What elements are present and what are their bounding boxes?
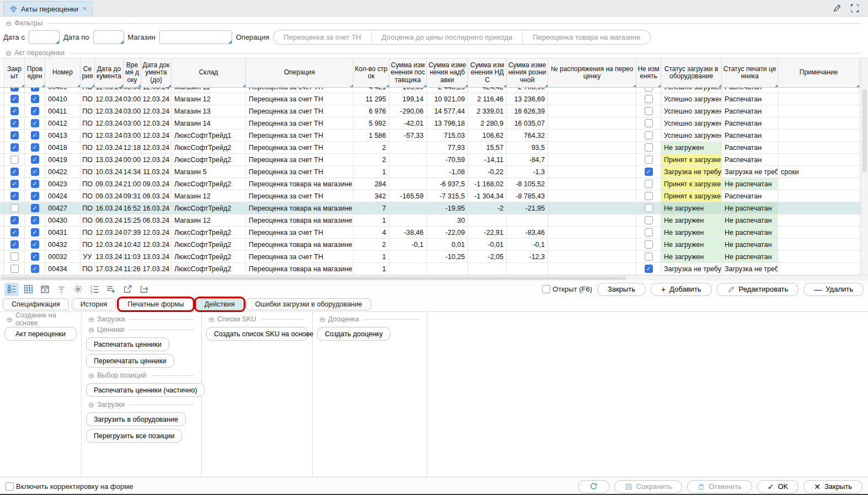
column-header-sum_vat[interactable]: Сумма изменения НДС bbox=[468, 58, 507, 87]
no_change-checkbox[interactable] bbox=[645, 240, 653, 249]
no_change-checkbox[interactable] bbox=[645, 88, 653, 92]
action-button[interactable]: Перепечатать ценники bbox=[86, 354, 174, 368]
closed-checkbox[interactable]: ✓ bbox=[10, 107, 19, 115]
tab-acts-revaluation[interactable]: Акты переоценки × bbox=[3, 1, 93, 16]
closed-checkbox[interactable] bbox=[10, 155, 19, 164]
action-button[interactable]: Акт переоценки bbox=[4, 327, 77, 341]
collapse-icon[interactable]: ⊖ bbox=[6, 50, 12, 57]
posted-checkbox[interactable]: ✓ bbox=[31, 88, 39, 92]
table-row[interactable]: ✓00419ПО13.03.2400:0012.03.24ЛюксСофтТре… bbox=[0, 154, 868, 166]
date-to-input[interactable] bbox=[94, 31, 124, 44]
table-row[interactable]: ✓✓00431ПО12.03.2407:3912.03.24ЛюксСофтТр… bbox=[0, 227, 868, 239]
operation-option-2[interactable]: Дооценка до цены последнего прихода bbox=[371, 30, 522, 44]
table-row[interactable]: ✓✓00412ПО12.03.2403:0012.03.24Магазин 14… bbox=[0, 117, 868, 130]
column-header-operation[interactable]: Операция bbox=[246, 58, 353, 87]
close-form-button[interactable]: ✕Закрыть bbox=[803, 480, 862, 493]
numbered-list-icon[interactable]: 123 bbox=[87, 283, 101, 296]
open-f6-option[interactable]: Открыт (F6) bbox=[542, 285, 592, 293]
collapse-icon[interactable]: ⊖ bbox=[88, 326, 94, 333]
bottom-tab-5[interactable]: Ошибки загрузки в оборудование bbox=[247, 298, 371, 310]
table-row[interactable]: ✓✓00411ПО12.03.2403:0012.03.24Магазин 13… bbox=[0, 105, 868, 117]
collapse-icon[interactable]: ⊖ bbox=[6, 20, 12, 27]
posted-checkbox[interactable]: ✓ bbox=[31, 252, 39, 261]
vertical-scrollbar[interactable] bbox=[861, 58, 868, 275]
table-row[interactable]: ✓✓00422ПО10.03.2414:3411.03.24Магазин 5П… bbox=[0, 166, 868, 178]
collapse-icon[interactable]: ⊖ bbox=[208, 316, 215, 323]
posted-checkbox[interactable]: ✓ bbox=[31, 180, 39, 188]
posted-checkbox[interactable]: ✓ bbox=[31, 107, 39, 115]
bottom-tab-3[interactable]: Печатные формы bbox=[119, 298, 193, 310]
table-row[interactable]: ✓✓00430ПО06.03.2415:2506.03.24Магазин 12… bbox=[0, 214, 868, 227]
column-header-number[interactable]: Номер bbox=[45, 58, 81, 87]
open-f6-checkbox[interactable] bbox=[542, 285, 550, 293]
view-list-icon[interactable] bbox=[4, 283, 19, 296]
action-button[interactable]: Распечатать ценники bbox=[86, 337, 169, 351]
reload-box-icon[interactable] bbox=[137, 283, 151, 296]
ok-button[interactable]: ✓OK bbox=[757, 480, 799, 493]
table-row[interactable]: ✓✓00409ПО12.03.2403:0012.03.24Магазин 11… bbox=[0, 88, 868, 93]
posted-checkbox[interactable]: ✓ bbox=[31, 265, 39, 273]
posted-checkbox[interactable]: ✓ bbox=[31, 95, 39, 103]
operation-option-3[interactable]: Переоценка товара на магазине bbox=[522, 30, 650, 44]
table-row[interactable]: ✓✓00424ПО09.03.2409:3109.03.24Магазин 12… bbox=[0, 190, 868, 202]
posted-checkbox[interactable]: ✓ bbox=[31, 192, 39, 200]
no_change-checkbox[interactable] bbox=[645, 95, 653, 103]
no_change-checkbox[interactable] bbox=[645, 228, 653, 236]
grid-view-icon[interactable] bbox=[21, 283, 35, 296]
closed-checkbox[interactable]: ✓ bbox=[10, 192, 19, 200]
column-header-load_status[interactable]: Статус загрузки в оборудование bbox=[661, 58, 722, 87]
table-row[interactable]: ✓✓00432ПО12.03.2410:4212.03.24ЛюксСофтТр… bbox=[0, 239, 868, 251]
table-row[interactable]: ✓✓00413ПО12.03.2403:0012.03.24ЛюксСофтТр… bbox=[0, 130, 868, 142]
closed-checkbox[interactable]: ✓ bbox=[10, 143, 19, 152]
column-header-print_status[interactable]: Статус печати ценника bbox=[722, 58, 778, 87]
column-header-sum_markup[interactable]: Сумма изменения надбавки bbox=[427, 58, 468, 87]
no_change-checkbox[interactable] bbox=[645, 119, 653, 127]
close-act-button[interactable]: Закрыть bbox=[597, 283, 646, 296]
column-header-no_change[interactable]: Не изменять bbox=[636, 58, 661, 87]
column-header-row_count[interactable]: Кол-во строк bbox=[353, 58, 389, 87]
column-header-note[interactable]: Примечание bbox=[778, 58, 860, 87]
add-button[interactable]: +Добавить bbox=[651, 283, 712, 296]
column-header-warehouse[interactable]: Склад bbox=[172, 58, 246, 87]
closed-checkbox[interactable] bbox=[10, 204, 19, 212]
fullscreen-icon[interactable] bbox=[849, 3, 860, 14]
closed-checkbox[interactable] bbox=[10, 252, 19, 261]
no_change-checkbox[interactable] bbox=[645, 216, 653, 224]
closed-checkbox[interactable]: ✓ bbox=[10, 95, 19, 103]
edit-pencil-icon[interactable] bbox=[832, 3, 843, 14]
column-header-posted[interactable]: Проведен bbox=[25, 58, 45, 87]
action-button[interactable]: Создать дооценку bbox=[317, 327, 390, 341]
closed-checkbox[interactable]: ✓ bbox=[10, 131, 19, 139]
posted-checkbox[interactable]: ✓ bbox=[31, 204, 39, 212]
table-row[interactable]: ✓✓00418ПО12.03.2412:1812.03.24ЛюксСофтТр… bbox=[0, 142, 868, 154]
table-row[interactable]: ✓00032УУ13.03.2411:0313.03.24ЛюксСофтТре… bbox=[0, 251, 868, 263]
calendar-icon[interactable] bbox=[37, 283, 52, 296]
no_change-checkbox[interactable] bbox=[645, 180, 653, 188]
bottom-tab-4[interactable]: Действия bbox=[196, 298, 244, 310]
form-correction-option[interactable]: Включить корректировку на форме bbox=[6, 482, 133, 491]
table-row[interactable]: ✓00427ПО16.03.2416:5216.03.24ЛюксСофтТре… bbox=[0, 202, 868, 214]
no_change-checkbox[interactable] bbox=[645, 252, 653, 261]
table-row[interactable]: ✓✓00423ПО09.03.2421:0009.03.24ЛюксСофтТр… bbox=[0, 178, 868, 190]
cancel-button[interactable]: Отменить bbox=[687, 480, 752, 493]
closed-checkbox[interactable]: ✓ bbox=[10, 88, 19, 92]
collapse-icon[interactable]: ⊖ bbox=[7, 316, 13, 323]
no_change-checkbox[interactable]: ✓ bbox=[645, 265, 653, 273]
bottom-tab-1[interactable]: Спецификация bbox=[3, 298, 69, 310]
column-header-doc_date_to[interactable]: Дата документа (до) bbox=[141, 58, 172, 87]
closed-checkbox[interactable]: ✓ bbox=[10, 240, 19, 249]
posted-checkbox[interactable]: ✓ bbox=[31, 155, 39, 164]
no_change-checkbox[interactable] bbox=[645, 143, 653, 152]
no_change-checkbox[interactable] bbox=[645, 155, 653, 164]
collapse-icon[interactable]: ⊖ bbox=[88, 316, 94, 323]
scroll-thumb[interactable] bbox=[1, 277, 626, 280]
open-external-icon[interactable] bbox=[120, 283, 135, 296]
no_change-checkbox[interactable] bbox=[645, 131, 653, 139]
save-button[interactable]: Сохранить bbox=[614, 480, 683, 493]
collapse-icon[interactable]: ⊖ bbox=[88, 372, 94, 379]
column-header-order_no[interactable]: № распоряжения на переоценку bbox=[548, 58, 636, 87]
collapse-icon[interactable]: ⊖ bbox=[319, 316, 325, 323]
no_change-checkbox[interactable] bbox=[645, 192, 653, 200]
action-button[interactable]: Создать список SKU на основе bbox=[206, 327, 308, 341]
filter-icon[interactable] bbox=[54, 283, 68, 296]
